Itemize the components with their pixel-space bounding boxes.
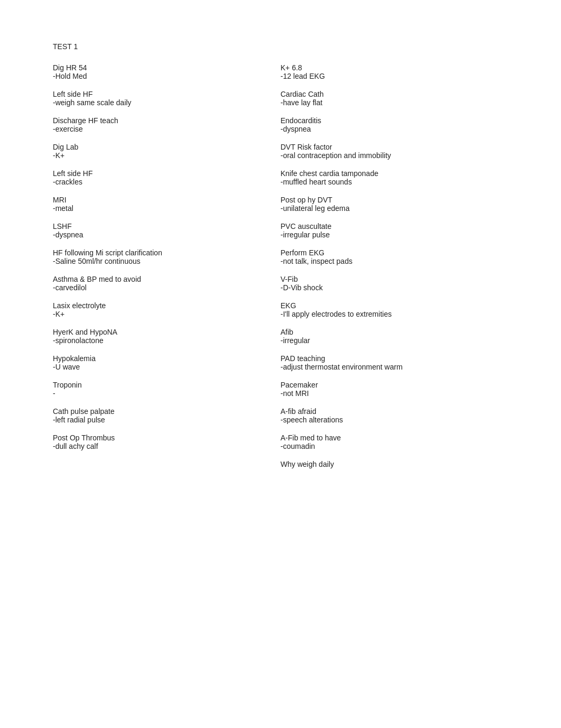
list-item: PAD teaching-adjust thermostat environme… [280,354,508,371]
list-item: DVT Risk factor-oral contraception and i… [280,143,508,160]
entry-detail: -K+ [53,310,280,318]
list-item: Left side HF-crackles [53,169,280,186]
entry-title: EKG [280,301,508,310]
entry-detail: -have lay flat [280,98,508,107]
entry-detail: -irregular [280,336,508,345]
entry-title: Hypokalemia [53,354,280,363]
list-item: Pacemaker-not MRI [280,381,508,398]
entry-detail: -adjust thermostat environment warm [280,363,508,371]
entry-title: Post op hy DVT [280,196,508,204]
list-item: Post Op Thrombus-dull achy calf [53,434,280,450]
entry-detail: -12 lead EKG [280,72,508,80]
list-item: Afib-irregular [280,328,508,345]
entry-detail: - [53,389,280,398]
entry-title: HF following Mi script clarification [53,248,280,257]
entry-detail: -muffled heart sounds [280,178,508,186]
entry-detail: -D-Vib shock [280,283,508,292]
entry-detail: -dull achy calf [53,442,280,450]
entry-title: Asthma & BP med to avoid [53,275,280,283]
entry-title: Dig HR 54 [53,63,280,72]
entry-detail: -weigh same scale daily [53,98,280,107]
entry-detail: -U wave [53,363,280,371]
entry-title: HyerK and HypoNA [53,328,280,336]
list-item: A-fib afraid-speech alterations [280,407,508,424]
list-item: Perform EKG-not talk, inspect pads [280,248,508,265]
list-item: Discharge HF teach-exercise [53,116,280,133]
entry-title: Left side HF [53,90,280,98]
entry-detail: -Hold Med [53,72,280,80]
list-item: Why weigh daily [280,460,508,468]
list-item: Cardiac Cath-have lay flat [280,90,508,107]
list-item: A-Fib med to have-coumadin [280,434,508,450]
entry-title: Pacemaker [280,381,508,389]
entry-title: MRI [53,196,280,204]
entry-title: Endocarditis [280,116,508,125]
list-item: Left side HF-weigh same scale daily [53,90,280,107]
list-item: Endocarditis-dyspnea [280,116,508,133]
entry-title: Cath pulse palpate [53,407,280,416]
entry-title: Post Op Thrombus [53,434,280,442]
entry-title: Perform EKG [280,248,508,257]
list-item: V-Fib-D-Vib shock [280,275,508,292]
list-item: Knife chest cardia tamponade-muffled hea… [280,169,508,186]
entry-detail: -not talk, inspect pads [280,257,508,265]
entry-title: Knife chest cardia tamponade [280,169,508,178]
entry-detail: -carvedilol [53,283,280,292]
list-item: PVC auscultate-irregular pulse [280,222,508,239]
list-item: Post op hy DVT-unilateral leg edema [280,196,508,213]
entry-title: LSHF [53,222,280,231]
list-item: HF following Mi script clarification-Sal… [53,248,280,265]
entry-title: V-Fib [280,275,508,283]
entry-detail: -not MRI [280,389,508,398]
list-item: LSHF-dyspnea [53,222,280,239]
list-item: Asthma & BP med to avoid-carvedilol [53,275,280,292]
entry-detail: -unilateral leg edema [280,204,508,213]
entry-detail: -crackles [53,178,280,186]
entry-detail: -coumadin [280,442,508,450]
list-item: MRI-metal [53,196,280,213]
entry-detail: -I'll apply electrodes to extremities [280,310,508,318]
entry-title: PAD teaching [280,354,508,363]
list-item: EKG-I'll apply electrodes to extremities [280,301,508,318]
list-item: Hypokalemia-U wave [53,354,280,371]
list-item: Cath pulse palpate-left radial pulse [53,407,280,424]
entry-title: Left side HF [53,169,280,178]
entry-title: Why weigh daily [280,460,508,468]
entry-title: Discharge HF teach [53,116,280,125]
left-column: Dig HR 54-Hold MedLeft side HF-weigh sam… [53,63,280,478]
entry-title: A-fib afraid [280,407,508,416]
list-item: Dig Lab-K+ [53,143,280,160]
entry-title: Dig Lab [53,143,280,151]
entry-detail: -irregular pulse [280,231,508,239]
entry-title: Afib [280,328,508,336]
list-item: Dig HR 54-Hold Med [53,63,280,80]
entry-title: DVT Risk factor [280,143,508,151]
entry-detail: -exercise [53,125,280,133]
entry-detail: -dyspnea [280,125,508,133]
entry-title: Lasix electrolyte [53,301,280,310]
entry-title: PVC auscultate [280,222,508,231]
list-item: HyerK and HypoNA-spironolactone [53,328,280,345]
entry-title: A-Fib med to have [280,434,508,442]
entry-detail: -speech alterations [280,416,508,424]
page-title: TEST 1 [53,42,508,51]
entry-title: Cardiac Cath [280,90,508,98]
entry-detail: -metal [53,204,280,213]
right-column: K+ 6.8-12 lead EKGCardiac Cath-have lay … [280,63,508,478]
entry-detail: -Saline 50ml/hr continuous [53,257,280,265]
list-item: Troponin- [53,381,280,398]
entry-detail: -K+ [53,151,280,160]
list-item: Lasix electrolyte-K+ [53,301,280,318]
list-item: K+ 6.8-12 lead EKG [280,63,508,80]
entry-title: Troponin [53,381,280,389]
entry-detail: -spironolactone [53,336,280,345]
entry-detail: -oral contraception and immobility [280,151,508,160]
entry-detail: -left radial pulse [53,416,280,424]
entry-detail: -dyspnea [53,231,280,239]
entry-title: K+ 6.8 [280,63,508,72]
